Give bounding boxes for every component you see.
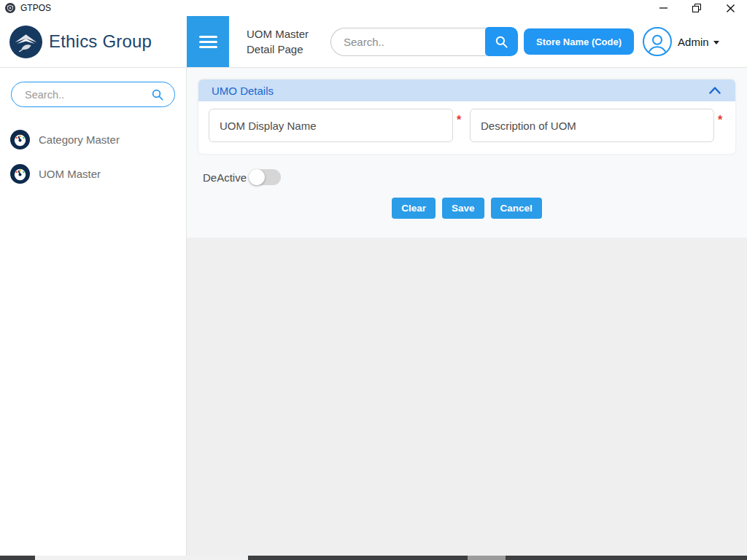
cancel-button[interactable]: Cancel [491, 198, 542, 219]
sidebar-search-input[interactable] [25, 89, 151, 101]
user-icon [644, 31, 670, 56]
user-label: Admin [678, 36, 709, 48]
panel-body: * * [198, 101, 735, 154]
caret-down-icon [713, 41, 719, 44]
restore-icon [692, 4, 701, 12]
panel-title: UMO Details [212, 85, 274, 97]
uom-display-name-field: * [209, 109, 464, 142]
search-icon [151, 88, 164, 101]
hamburger-icon [199, 36, 217, 48]
close-icon [727, 4, 735, 12]
search-icon [495, 35, 508, 49]
ethics-group-logo-icon [9, 26, 42, 58]
clear-button[interactable]: Clear [392, 198, 436, 219]
app-logo-icon [5, 3, 15, 13]
page-title-line1: UOM Master [247, 26, 309, 42]
umo-details-panel: UMO Details * * [198, 79, 735, 154]
uom-description-field: * [470, 109, 725, 142]
minimize-button[interactable] [646, 0, 680, 16]
window-title: GTPOS [20, 3, 51, 13]
toggle-knob [249, 169, 265, 185]
window-titlebar: GTPOS [0, 0, 747, 16]
user-avatar[interactable] [643, 27, 672, 56]
sidebar-item-uom-master[interactable]: UOM Master [0, 159, 186, 189]
required-asterisk: * [457, 114, 464, 127]
umo-details-panel-header[interactable]: UMO Details [198, 79, 735, 101]
sidebar-search [11, 82, 175, 107]
page-title-line2: Detail Page [247, 42, 309, 57]
restore-button[interactable] [680, 0, 713, 16]
page-title: UOM Master Detail Page [247, 26, 309, 57]
sidebar-item-category-master[interactable]: Category Master [0, 125, 186, 155]
brand-name: Ethics Group [49, 31, 152, 52]
deactive-toggle[interactable] [249, 169, 281, 185]
close-button[interactable] [713, 0, 747, 16]
action-buttons: Clear Save Cancel [198, 198, 735, 219]
required-asterisk: * [718, 114, 725, 127]
scrollbar-thumb[interactable] [35, 556, 248, 560]
header-search [330, 27, 518, 56]
app-header: Ethics Group UOM Master Detail Page Stor… [0, 16, 747, 68]
header-search-input[interactable] [330, 28, 487, 56]
sidebar-item-label: UOM Master [39, 168, 101, 180]
sidebar-menu: Category Master UOM Master [0, 125, 186, 189]
app-body: Category Master UOM Master UMO [0, 68, 747, 556]
save-button[interactable]: Save [442, 198, 484, 219]
brand-area: Ethics Group [0, 16, 187, 67]
uom-display-name-input[interactable] [209, 109, 453, 142]
horizontal-scrollbar[interactable] [0, 556, 747, 560]
gauge-icon [10, 130, 30, 149]
content-empty-area [187, 238, 747, 556]
header-search-button[interactable] [485, 27, 518, 56]
chevron-up-icon[interactable] [709, 87, 721, 94]
header-main: UOM Master Detail Page Store Name (Code)… [187, 16, 747, 67]
menu-toggle-button[interactable] [187, 16, 229, 67]
deactive-row: DeActive [198, 169, 735, 185]
deactive-label: DeActive [203, 171, 247, 184]
gauge-icon [10, 164, 30, 184]
uom-description-input[interactable] [470, 109, 714, 142]
user-menu[interactable]: Admin [678, 36, 719, 48]
store-name-button[interactable]: Store Name (Code) [524, 28, 634, 55]
scrollbar-segment [468, 556, 506, 560]
sidebar: Category Master UOM Master [0, 68, 187, 556]
sidebar-item-label: Category Master [39, 133, 120, 146]
minimize-icon [659, 7, 667, 9]
form-section: UMO Details * * [187, 68, 747, 238]
main-content: UMO Details * * [187, 68, 747, 556]
window-controls [646, 0, 747, 16]
